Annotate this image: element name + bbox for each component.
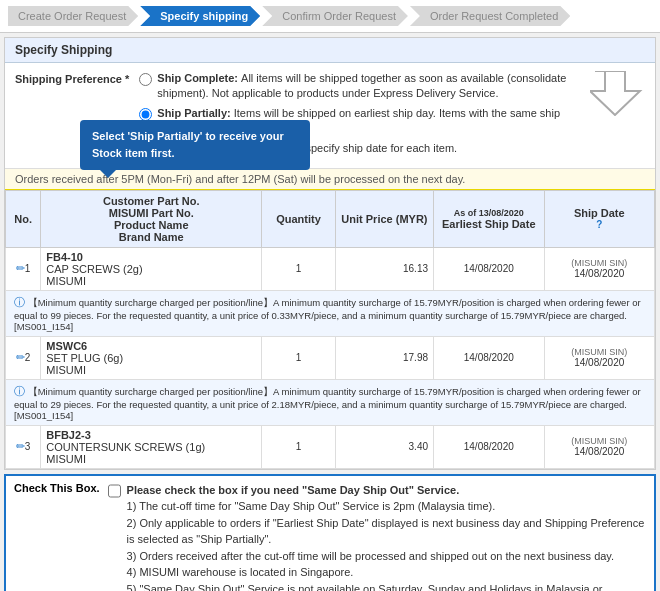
th-earliest-date: As of 13/08/2020 Earliest Ship Date xyxy=(434,190,544,247)
same-day-checkbox[interactable] xyxy=(108,484,121,498)
edit-icon[interactable]: ✏ xyxy=(16,262,25,274)
checkbox-content: Please check the box if you need "Same D… xyxy=(127,482,646,591)
row-ship-date: (MISUMI SIN) 14/08/2020 xyxy=(544,247,655,290)
row-no: ✏2 xyxy=(6,336,41,379)
row-ship-date: (MISUMI SIN) 14/08/2020 xyxy=(544,336,655,379)
row-unit-price: 16.13 xyxy=(335,247,433,290)
th-product: Customer Part No. MISUMI Part No. MISUMI… xyxy=(41,190,262,247)
step-specify[interactable]: Specify shipping xyxy=(140,6,260,26)
edit-icon[interactable]: ✏ xyxy=(16,351,25,363)
section-title: Specify Shipping xyxy=(5,38,655,63)
row-product: BFBJ2-3 COUNTERSUNK SCREWS (1g) MISUMI xyxy=(41,425,262,468)
svg-marker-0 xyxy=(590,71,640,115)
checkbox-item: 4) MISUMI warehouse is located in Singap… xyxy=(127,564,646,581)
table-row: ✏3 BFBJ2-3 COUNTERSUNK SCREWS (1g) MISUM… xyxy=(6,425,655,468)
ship-complete-radio[interactable] xyxy=(139,73,152,86)
check-this-box-label: Check This Box. xyxy=(14,482,100,494)
order-table: No. Customer Part No. MISUMI Part No. MI… xyxy=(5,190,655,469)
checkbox-title: Please check the box if you need "Same D… xyxy=(127,482,646,499)
checkbox-item: 2) Only applicable to orders if "Earlies… xyxy=(127,515,646,548)
th-ship-date: Ship Date ? xyxy=(544,190,655,247)
info-row: ⓘ 【Minimum quantity surcharge charged pe… xyxy=(6,379,655,425)
row-earliest-date: 14/08/2020 xyxy=(434,336,544,379)
info-icon: ⓘ xyxy=(14,296,25,308)
ship-date-help-icon[interactable]: ? xyxy=(596,219,602,230)
ship-partially-radio[interactable] xyxy=(139,108,152,121)
checkbox-item: 5) "Same Day Ship Out" Service is not av… xyxy=(127,581,646,591)
row-quantity: 1 xyxy=(262,425,336,468)
row-product: MSWC6 SET PLUG (6g) MISUMI xyxy=(41,336,262,379)
step-confirm[interactable]: Confirm Order Request xyxy=(262,6,408,26)
row-no: ✏1 xyxy=(6,247,41,290)
row-product: FB4-10 CAP SCREWS (2g) MISUMI xyxy=(41,247,262,290)
order-table-wrapper: No. Customer Part No. MISUMI Part No. MI… xyxy=(5,190,655,469)
th-unit-price: Unit Price (MYR) xyxy=(335,190,433,247)
th-quantity: Quantity xyxy=(262,190,336,247)
checkbox-item: 3) Orders received after the cut-off tim… xyxy=(127,548,646,565)
row-earliest-date: 14/08/2020 xyxy=(434,425,544,468)
row-unit-price: 3.40 xyxy=(335,425,433,468)
edit-icon[interactable]: ✏ xyxy=(16,440,25,452)
checkbox-item: 1) The cut-off time for "Same Day Ship O… xyxy=(127,498,646,515)
row-unit-price: 17.98 xyxy=(335,336,433,379)
progress-bar: Create Order Request Specify shipping Co… xyxy=(0,0,660,33)
row-quantity: 1 xyxy=(262,336,336,379)
table-row: ✏2 MSWC6 SET PLUG (6g) MISUMI 1 17.98 14… xyxy=(6,336,655,379)
ship-complete-label: Ship Complete: xyxy=(157,72,241,84)
check-box-section: Check This Box. Please check the box if … xyxy=(4,474,656,591)
info-row: ⓘ 【Minimum quantity surcharge charged pe… xyxy=(6,290,655,336)
ship-complete-option[interactable]: Ship Complete: All items will be shipped… xyxy=(139,71,580,102)
info-icon: ⓘ xyxy=(14,385,25,397)
step-completed[interactable]: Order Request Completed xyxy=(410,6,570,26)
shipping-pref-label: Shipping Preference * xyxy=(15,71,129,85)
checkbox-area: Please check the box if you need "Same D… xyxy=(108,482,646,591)
row-no: ✏3 xyxy=(6,425,41,468)
ship-partially-label: Ship Partially: xyxy=(157,107,233,119)
row-quantity: 1 xyxy=(262,247,336,290)
row-earliest-date: 14/08/2020 xyxy=(434,247,544,290)
tooltip-box: Select 'Ship Partially' to receive your … xyxy=(80,120,310,170)
row-ship-date: (MISUMI SIN) 14/08/2020 xyxy=(544,425,655,468)
step-create[interactable]: Create Order Request xyxy=(8,6,138,26)
table-row: ✏1 FB4-10 CAP SCREWS (2g) MISUMI 1 16.13… xyxy=(6,247,655,290)
arrow-decoration xyxy=(590,71,645,116)
th-no: No. xyxy=(6,190,41,247)
